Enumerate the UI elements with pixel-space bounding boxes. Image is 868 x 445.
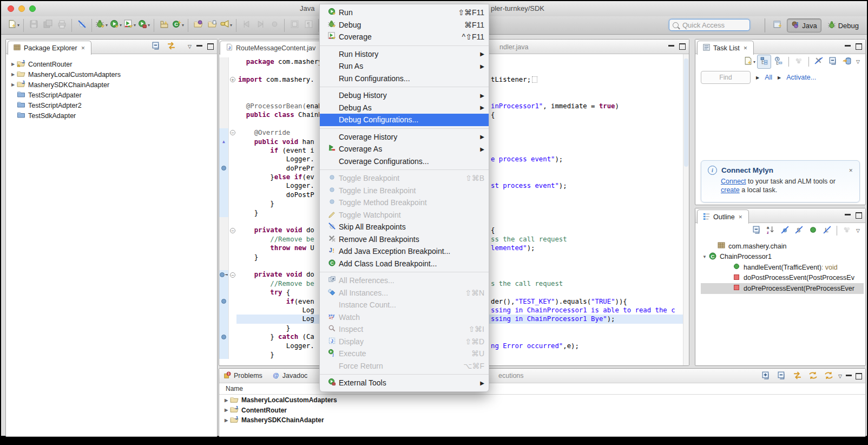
new-java-class-button[interactable]: C+▾ (172, 19, 185, 32)
quick-access-box[interactable] (669, 19, 750, 31)
breakpoint-icon[interactable] (220, 272, 225, 277)
ruler-column[interactable] (219, 146, 229, 155)
fold-column[interactable] (229, 342, 236, 350)
fold-column[interactable] (229, 120, 236, 128)
link-editor-button[interactable] (166, 41, 176, 52)
menu-item-add-class-load-breakpoint[interactable]: CAdd Class Load Breakpoint... (320, 258, 489, 270)
debug-button[interactable]: ▾ (95, 19, 108, 32)
ruler-column[interactable] (219, 199, 229, 208)
task-list-all-link[interactable]: All (765, 74, 772, 81)
breakpoint-icon[interactable] (221, 166, 226, 171)
outline-item[interactable]: ▼CChainProcessor1 (701, 252, 864, 263)
menu-item-debug-configurations[interactable]: Debug Configurations... (320, 114, 489, 126)
fold-collapse-icon[interactable]: − (230, 228, 235, 233)
fold-column[interactable] (229, 164, 236, 173)
outline-tab[interactable]: Outline ✕ (697, 210, 749, 224)
ruler-column[interactable] (219, 244, 229, 252)
dropdown-arrow-icon[interactable]: ▾ (106, 23, 108, 28)
fold-collapse-icon[interactable]: − (230, 272, 235, 278)
fold-column[interactable] (229, 102, 236, 110)
external-tools-run-button[interactable]: ▾ (137, 19, 150, 32)
ruler-column[interactable]: → (219, 270, 229, 279)
fold-expand-icon[interactable]: + (230, 77, 235, 82)
fold-column[interactable] (229, 138, 236, 146)
fold-column[interactable] (229, 217, 236, 226)
maximize-view-icon[interactable] (207, 43, 214, 50)
bottom-tab-problems[interactable]: !Problems (223, 371, 262, 381)
mylyn-connect-link[interactable]: Connect (721, 178, 746, 185)
maximize-editor-icon[interactable] (679, 43, 686, 50)
close-icon[interactable]: ✕ (742, 45, 749, 51)
sync-arrows-button[interactable] (807, 371, 818, 382)
ruler-column[interactable] (219, 155, 229, 163)
fold-column[interactable] (229, 235, 236, 244)
open-task-folder-button[interactable] (206, 19, 219, 32)
dropdown-arrow-icon[interactable]: ▾ (134, 23, 136, 28)
fold-column[interactable] (229, 244, 236, 252)
fold-collapse-icon[interactable]: − (230, 130, 235, 135)
sync-db-button[interactable] (840, 55, 853, 68)
ruler-column[interactable] (219, 110, 229, 119)
minimize-view-icon[interactable] (845, 45, 851, 50)
name-column-header[interactable]: Name (219, 383, 865, 395)
maximize-view-icon[interactable] (856, 373, 862, 379)
view-menu-icon[interactable]: ▽ (838, 374, 842, 379)
open-perspective-button[interactable]: + (771, 19, 784, 32)
ruler-column[interactable] (219, 297, 229, 306)
tree-expander-icon[interactable]: ▶ (9, 62, 17, 67)
menu-item-external-tools[interactable]: External Tools▶ (320, 377, 489, 389)
collapse-all-button[interactable] (826, 55, 839, 68)
fold-column[interactable]: − (229, 128, 236, 137)
hide-nonpublic-button[interactable] (806, 224, 819, 237)
hide-local-button[interactable]: L (820, 224, 833, 237)
ruler-column[interactable] (219, 173, 229, 181)
fold-column[interactable] (229, 110, 236, 119)
menu-item-run-configurations[interactable]: Run Configurations... (320, 73, 489, 85)
outline-item[interactable]: doPostProcessEvent(PostProcessEv (701, 273, 864, 284)
skip-all-breakpoints-button[interactable] (75, 19, 88, 32)
ruler-column[interactable] (219, 181, 229, 190)
zoom-window-button[interactable] (29, 5, 36, 12)
fold-column[interactable] (229, 288, 236, 297)
hide-fields-button[interactable] (778, 224, 791, 237)
ruler-column[interactable] (219, 128, 229, 137)
ruler-column[interactable] (219, 120, 229, 128)
dropdown-arrow-icon[interactable]: ▾ (182, 23, 184, 28)
ruler-column[interactable] (219, 102, 229, 110)
menu-item-coverage[interactable]: Coverage^⇧F11 (320, 31, 489, 43)
ruler-column[interactable] (219, 66, 229, 75)
fold-column[interactable]: + (229, 75, 236, 84)
ruler-column[interactable] (219, 191, 229, 199)
fold-column[interactable] (229, 181, 236, 190)
fold-column[interactable] (229, 324, 236, 332)
fold-column[interactable] (229, 199, 236, 208)
fold-column[interactable] (229, 66, 236, 75)
package-explorer-item[interactable]: ▶JContentRouter (9, 59, 215, 69)
package-explorer-item[interactable]: ▶JMasherySDKChainAdapter (9, 80, 215, 90)
dropdown-arrow-icon[interactable]: ▾ (753, 60, 755, 64)
fold-column[interactable] (229, 350, 236, 359)
ruler-column[interactable] (219, 253, 229, 261)
dropdown-arrow-icon[interactable]: ▾ (120, 23, 122, 28)
tree-expander-icon[interactable]: ▶ (222, 398, 230, 403)
package-explorer-item[interactable]: TestScriptAdpater (9, 90, 215, 100)
menu-item-coverage-as[interactable]: Coverage As▶ (320, 143, 489, 155)
minimize-view-icon[interactable] (846, 375, 852, 380)
view-categorized-button[interactable] (757, 55, 771, 69)
new-java-project-button[interactable]: + (157, 19, 170, 32)
fold-column[interactable]: − (229, 226, 236, 234)
close-icon[interactable]: ✕ (847, 167, 854, 174)
ruler-column[interactable] (219, 332, 229, 341)
minimize-editor-icon[interactable] (668, 45, 674, 50)
ruler-column[interactable] (219, 57, 229, 66)
ruler-column[interactable] (219, 350, 229, 359)
tree-expander-icon[interactable]: ▶ (9, 72, 17, 77)
dropdown-arrow-icon[interactable]: ▾ (230, 23, 232, 28)
link-editor-button[interactable] (792, 371, 803, 382)
fold-column[interactable] (229, 191, 236, 199)
fold-column[interactable] (229, 279, 236, 288)
ruler-column[interactable] (219, 306, 229, 315)
coverage-button[interactable]: ▾ (123, 19, 136, 32)
tree-expander-icon[interactable]: ▼ (701, 254, 708, 259)
close-window-button[interactable] (8, 5, 14, 12)
